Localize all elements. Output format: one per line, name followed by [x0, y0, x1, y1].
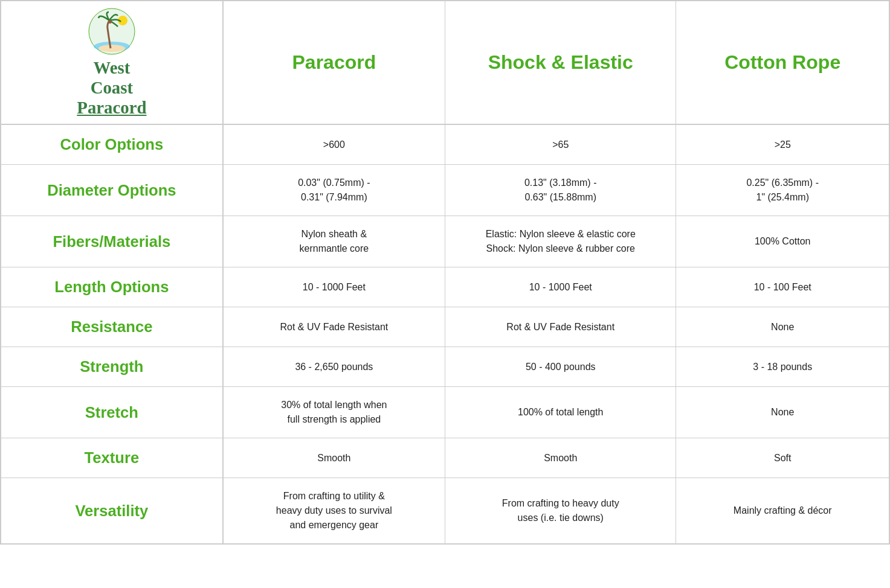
cell-cotton-4: None: [676, 307, 889, 347]
cell-cotton-1: 0.25" (6.35mm) -1" (25.4mm): [676, 165, 889, 216]
header-cotton: Cotton Rope: [676, 1, 889, 124]
row-label-stretch: Stretch: [1, 387, 223, 438]
table-row: TextureSmoothSmoothSoft: [1, 438, 889, 478]
logo-line2: Coast: [77, 78, 146, 98]
logo-line1: West: [77, 58, 146, 78]
svg-point-3: [98, 45, 125, 52]
cell-cotton-7: Soft: [676, 438, 889, 478]
cell-paracord-8: From crafting to utility &heavy duty use…: [223, 478, 445, 545]
cell-shock-1: 0.13" (3.18mm) -0.63" (15.88mm): [445, 165, 676, 216]
row-label-fibers-materials: Fibers/Materials: [1, 216, 223, 267]
cell-shock-3: 10 - 1000 Feet: [445, 267, 676, 307]
table-row: VersatilityFrom crafting to utility &hea…: [1, 478, 889, 545]
table-row: Fibers/MaterialsNylon sheath &kernmantle…: [1, 216, 889, 267]
table-row: Color Options>600>65>25: [1, 124, 889, 165]
svg-point-4: [108, 20, 112, 24]
cell-shock-7: Smooth: [445, 438, 676, 478]
cell-cotton-6: None: [676, 387, 889, 438]
cell-paracord-6: 30% of total length whenfull strength is…: [223, 387, 445, 438]
cell-paracord-7: Smooth: [223, 438, 445, 478]
row-label-length-options: Length Options: [1, 267, 223, 307]
cell-paracord-0: >600: [223, 124, 445, 165]
cell-shock-4: Rot & UV Fade Resistant: [445, 307, 676, 347]
header-paracord: Paracord: [223, 1, 445, 124]
header-row: West Coast Paracord Paracord Shock & Ela…: [1, 1, 889, 124]
table-row: Stretch30% of total length whenfull stre…: [1, 387, 889, 438]
table-row: Length Options10 - 1000 Feet10 - 1000 Fe…: [1, 267, 889, 307]
logo: West Coast Paracord: [10, 7, 213, 118]
cell-paracord-5: 36 - 2,650 pounds: [223, 347, 445, 387]
table-row: Diameter Options0.03" (0.75mm) -0.31" (7…: [1, 165, 889, 216]
cell-cotton-0: >25: [676, 124, 889, 165]
row-label-diameter-options: Diameter Options: [1, 165, 223, 216]
header-shock: Shock & Elastic: [445, 1, 676, 124]
cell-shock-6: 100% of total length: [445, 387, 676, 438]
row-label-versatility: Versatility: [1, 478, 223, 545]
row-label-texture: Texture: [1, 438, 223, 478]
cell-paracord-2: Nylon sheath &kernmantle core: [223, 216, 445, 267]
logo-line3: Paracord: [77, 98, 146, 118]
cell-paracord-4: Rot & UV Fade Resistant: [223, 307, 445, 347]
cell-shock-5: 50 - 400 pounds: [445, 347, 676, 387]
palm-tree-icon: [88, 7, 136, 56]
row-label-color-options: Color Options: [1, 124, 223, 165]
cell-shock-8: From crafting to heavy dutyuses (i.e. ti…: [445, 478, 676, 545]
cell-cotton-3: 10 - 100 Feet: [676, 267, 889, 307]
cell-shock-2: Elastic: Nylon sleeve & elastic coreShoc…: [445, 216, 676, 267]
comparison-table: West Coast Paracord Paracord Shock & Ela…: [0, 0, 890, 545]
cell-shock-0: >65: [445, 124, 676, 165]
cell-cotton-5: 3 - 18 pounds: [676, 347, 889, 387]
cell-paracord-3: 10 - 1000 Feet: [223, 267, 445, 307]
table-row: ResistanceRot & UV Fade ResistantRot & U…: [1, 307, 889, 347]
table-body: Color Options>600>65>25Diameter Options0…: [1, 124, 889, 544]
table-row: Strength36 - 2,650 pounds50 - 400 pounds…: [1, 347, 889, 387]
logo-cell: West Coast Paracord: [1, 1, 223, 124]
row-label-strength: Strength: [1, 347, 223, 387]
cell-paracord-1: 0.03" (0.75mm) -0.31" (7.94mm): [223, 165, 445, 216]
cell-cotton-8: Mainly crafting & décor: [676, 478, 889, 545]
cell-cotton-2: 100% Cotton: [676, 216, 889, 267]
row-label-resistance: Resistance: [1, 307, 223, 347]
